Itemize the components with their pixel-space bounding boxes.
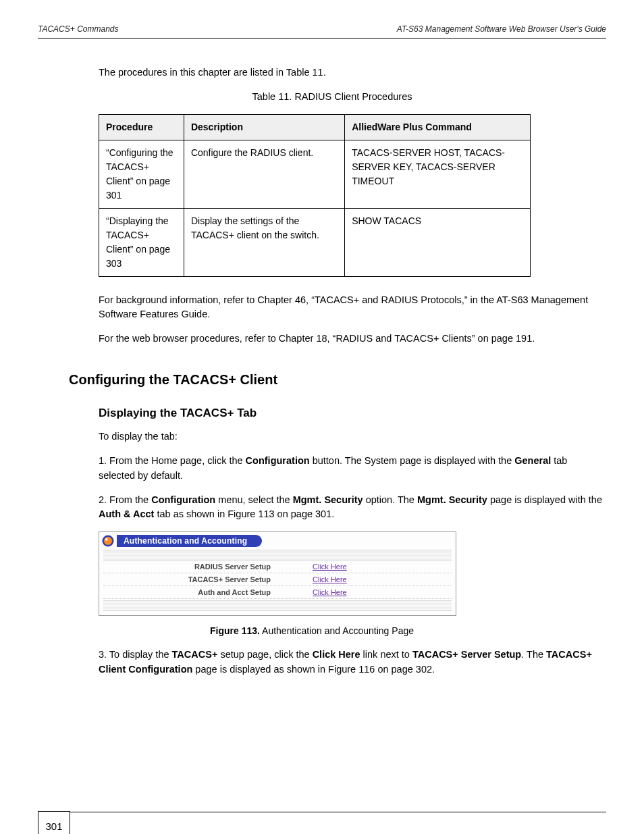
- panel-title: Authentication and Accounting: [117, 535, 262, 547]
- page-number: 301: [38, 811, 70, 834]
- cell-command: SHOW TACACS: [345, 208, 531, 276]
- step3-bold3: TACACS+ Server Setup: [412, 649, 521, 660]
- panel-divider: [103, 550, 452, 561]
- step3-bold1: TACACS+: [172, 649, 218, 660]
- step1-mid: button. The System page is displayed wit…: [310, 455, 515, 466]
- step2-prefix: 2. From the: [99, 494, 151, 505]
- step3-bold2: Click Here: [313, 649, 360, 660]
- step3-mid1: setup page, click the: [217, 649, 312, 660]
- step-2: 2. From the Configuration menu, select t…: [99, 493, 606, 523]
- pt2-text-1: For the web browser procedures, refer to: [99, 333, 279, 344]
- section-heading: Configuring the TACACS+ Client: [69, 369, 606, 390]
- svg-point-2: [105, 538, 108, 541]
- procedures-table: Procedure Description AlliedWare Plus Co…: [99, 114, 531, 277]
- panel-label-radius: RADIUS Server Setup: [103, 561, 313, 573]
- figure-label: Figure 113.: [210, 625, 260, 636]
- svg-point-1: [104, 537, 112, 545]
- panel-row-tacacs: TACACS+ Server Setup Click Here: [103, 573, 452, 586]
- intro-paragraph: The procedures in this chapter are liste…: [99, 66, 606, 80]
- step-3: 3. To display the TACACS+ setup page, cl…: [99, 648, 606, 677]
- table-header-row: Procedure Description AlliedWare Plus Co…: [99, 114, 531, 140]
- footer-rule: 301: [38, 812, 606, 812]
- page-footer: 301: [38, 812, 606, 812]
- step2-mid2: option. The: [363, 494, 417, 505]
- cell-procedure: “Displaying the TACACS+ Client” on page …: [99, 208, 184, 276]
- col-header-command: AlliedWare Plus Command: [345, 114, 531, 140]
- post-table-para-2: For the web browser procedures, refer to…: [99, 332, 606, 346]
- figure-caption-text: Authentication and Accounting Page: [260, 625, 414, 636]
- panel-row-authacct: Auth and Acct Setup Click Here: [103, 586, 452, 599]
- page-container: TACACS+ Commands AT-S63 Management Softw…: [0, 0, 644, 834]
- panel-bullet-icon: [102, 535, 114, 547]
- step2-suffix: tab as shown in Figure 113 on page 301.: [154, 509, 334, 519]
- panel-bottom-spacer: [103, 600, 452, 611]
- cell-procedure: “Configuring the TACACS+ Client” on page…: [99, 140, 184, 208]
- step1-bold2: General: [514, 455, 551, 466]
- col-header-procedure: Procedure: [99, 114, 184, 140]
- auth-accounting-panel: Authentication and Accounting RADIUS Ser…: [99, 531, 456, 616]
- subsection-heading: Displaying the TACACS+ Tab: [99, 405, 606, 422]
- table-row: “Configuring the TACACS+ Client” on page…: [99, 140, 531, 208]
- step2-bold3: Mgmt. Security: [417, 494, 487, 505]
- radius-setup-link[interactable]: Click Here: [313, 561, 347, 573]
- step1-bold1: Configuration: [246, 455, 310, 466]
- step3-mid2: link next to: [360, 649, 412, 660]
- post-table-para-1: For background information, refer to Cha…: [99, 293, 606, 323]
- step-1: 1. From the Home page, click the Configu…: [99, 454, 606, 484]
- table-caption: Table 11. RADIUS Client Procedures: [99, 90, 606, 105]
- cell-command: TACACS-SERVER HOST, TACACS-SERVER KEY, T…: [345, 140, 531, 208]
- panel-label-authacct: Auth and Acct Setup: [103, 587, 313, 598]
- step3-mid3: . The: [521, 649, 546, 660]
- header-right-text: AT-S63 Management Software Web Browser U…: [397, 24, 606, 34]
- lead-in-text: To display the tab:: [99, 429, 606, 444]
- cell-description: Configure the RADIUS client.: [184, 140, 344, 208]
- step3-suffix: page is displayed as shown in Figure 116…: [192, 664, 435, 675]
- authacct-setup-link[interactable]: Click Here: [313, 587, 347, 598]
- panel-row-radius: RADIUS Server Setup Click Here: [103, 561, 452, 573]
- page-header: TACACS+ Commands AT-S63 Management Softw…: [38, 24, 606, 38]
- pt2-text-2: .: [532, 333, 535, 344]
- step3-prefix: 3. To display the: [99, 649, 172, 660]
- step1-prefix: 1. From the Home page, click the: [99, 455, 246, 466]
- table-row: “Displaying the TACACS+ Client” on page …: [99, 208, 531, 276]
- intro-text-2: .: [323, 67, 326, 78]
- body-content: The procedures in this chapter are liste…: [38, 66, 606, 677]
- step2-mid1: menu, select the: [215, 494, 292, 505]
- step2-mid3: page is displayed with the: [487, 494, 602, 505]
- step2-bold2: Mgmt. Security: [293, 494, 363, 505]
- panel-header: Authentication and Accounting: [102, 535, 456, 547]
- panel-label-tacacs: TACACS+ Server Setup: [103, 574, 313, 585]
- cell-description: Display the settings of the TACACS+ clie…: [184, 208, 344, 276]
- col-header-description: Description: [184, 114, 344, 140]
- figure-caption: Figure 113. Authentication and Accountin…: [99, 624, 606, 638]
- pt2-link: Chapter 18, “RADIUS and TACACS+ Clients”…: [279, 333, 532, 344]
- intro-text-1: The procedures in this chapter are liste…: [99, 67, 286, 78]
- step2-bold1: Configuration: [151, 494, 215, 505]
- intro-table-ref: Table 11: [286, 67, 323, 78]
- step2-bold4: Auth & Acct: [99, 509, 154, 519]
- header-left-text: TACACS+ Commands: [38, 24, 118, 34]
- tacacs-setup-link[interactable]: Click Here: [313, 574, 347, 585]
